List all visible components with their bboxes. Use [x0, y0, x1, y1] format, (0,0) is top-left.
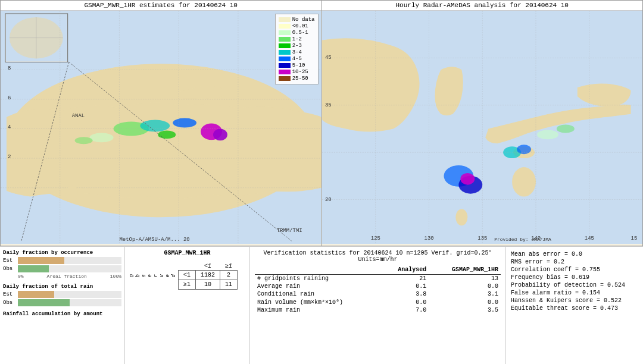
svg-text:6: 6	[8, 95, 11, 101]
left-map-svg: 8 6 4 2 ANAL TRMM/TMI MetOp-A/AMSU-A/M..…	[1, 11, 322, 244]
contingency-table: <1 ≥1 <1 1182 2 ≥1 10 11	[178, 262, 238, 290]
obs-label: Obs	[3, 266, 18, 272]
stats-label-gridpoints: # gridpoints raining	[255, 275, 382, 283]
charts-panel: Daily fraction by occurrence Est Obs 0%	[0, 247, 125, 364]
legend-label-2-3: 2-3	[292, 43, 302, 49]
svg-point-42	[556, 125, 574, 133]
svg-text:130: 130	[424, 236, 433, 241]
svg-text:4: 4	[8, 124, 11, 130]
est-rain-bar-container	[18, 291, 121, 298]
legend-10-25: 10-25	[279, 69, 315, 75]
stats-col-header-row: Analysed GSMAP_MWR_1HR	[255, 266, 501, 275]
metric-hanssen: Hanssen & Kuipers score = 0.522	[511, 297, 638, 304]
left-map-panel: GSMAP_MWR_1HR estimates for 20140624 10	[0, 0, 322, 246]
cont-row-lt1: <1 1182 2	[179, 271, 238, 280]
svg-point-35	[455, 209, 467, 225]
svg-text:ANAL: ANAL	[72, 113, 85, 119]
svg-text:2: 2	[8, 154, 11, 160]
cont-val-21: 10	[196, 280, 220, 290]
legend-label-5-10: 5-10	[292, 62, 305, 68]
axis-100pct: 100%	[110, 274, 121, 279]
legend-25-50: 25-50	[279, 76, 315, 81]
cont-col-ge1: ≥1	[220, 262, 238, 271]
legend-color-05-1	[279, 30, 291, 35]
svg-point-6	[213, 128, 227, 140]
legend-05-1: 0.5-1	[279, 30, 315, 36]
legend-label-nodata: No data	[292, 17, 315, 23]
est-label: Est	[3, 258, 18, 263]
legend-color-3-4	[279, 50, 291, 55]
metric-pod: Probability of detection = 0.524	[511, 282, 638, 288]
stats-gsmap-volume: 0.0	[429, 298, 501, 306]
right-map-content: 45 35 20 125 130 135 140 145 15 Provided…	[322, 11, 643, 244]
legend-label-3-4: 3-4	[292, 49, 302, 55]
obs-bar-container	[18, 265, 121, 272]
svg-text:125: 125	[370, 236, 380, 241]
cont-table-wrapper: Observed <1 ≥1 <1 1182 2	[128, 262, 246, 290]
accum-chart-title: Rainfall accumulation by amount	[3, 311, 121, 317]
stats-analysed-max: 7.0	[382, 306, 429, 314]
occurrence-bar-chart: Est Obs 0% Areal fraction 100%	[3, 257, 121, 279]
legend: No data <0.01 0.5-1 1-2	[275, 14, 319, 84]
svg-point-4	[173, 118, 196, 128]
stats-title: Verification statistics for 20140624 10 …	[255, 250, 501, 263]
stats-gsmap-gridpoints: 13	[429, 275, 501, 283]
stats-gsmap-avg: 0.0	[429, 283, 501, 290]
cont-col-lt1: <1	[196, 262, 220, 271]
stats-gsmap-cond: 3.1	[429, 290, 501, 298]
svg-point-41	[536, 130, 558, 139]
metrics-panel: Mean abs error = 0.0 RMS error = 0.2 Cor…	[506, 247, 643, 364]
est-bar-fill	[18, 257, 64, 264]
legend-color-5-10	[279, 63, 291, 68]
metric-equitable: Equitable threat score = 0.473	[511, 305, 638, 312]
svg-point-9	[75, 137, 93, 144]
obs-vertical-label: Observed	[128, 274, 178, 277]
est-rain-bar-fill	[18, 291, 54, 298]
stats-label-max: Maximum rain	[255, 306, 382, 314]
svg-text:TRMM/TMI: TRMM/TMI	[277, 228, 302, 234]
legend-label-lt001: <0.01	[292, 23, 308, 29]
stats-empty-header	[255, 266, 382, 275]
stats-label-cond: Conditional rain	[255, 290, 382, 298]
est-bar-container	[18, 257, 121, 264]
svg-text:Provided by: JWA/JMA: Provided by: JWA/JMA	[494, 237, 551, 242]
right-map-title: Hourly Radar-AMeDAS analysis for 2014062…	[322, 1, 643, 11]
legend-label-25-50: 25-50	[292, 76, 308, 81]
legend-lt001: <0.01	[279, 23, 315, 29]
left-map-content: 8 6 4 2 ANAL TRMM/TMI MetOp-A/AMSU-A/M..…	[1, 11, 322, 244]
svg-text:35: 35	[324, 102, 331, 108]
stats-row-cond: Conditional rain 3.8 3.1	[255, 290, 501, 298]
occurrence-chart-title: Daily fraction by occurrence	[3, 250, 121, 256]
metric-freq-bias: Frequency bias = 0.619	[511, 274, 638, 281]
stats-table: Analysed GSMAP_MWR_1HR # gridpoints rain…	[255, 266, 501, 314]
stats-row-max: Maximum rain 7.0 3.5	[255, 306, 501, 314]
obs-bar-fill	[18, 265, 49, 272]
obs-occurrence-row: Obs	[3, 265, 121, 272]
stats-analysed-volume: 0.0	[382, 298, 429, 306]
est-rain-row: Est	[3, 291, 121, 298]
stats-row-avg: Average rain 0.1 0.0	[255, 283, 501, 290]
svg-text:135: 135	[477, 236, 487, 241]
svg-text:45: 45	[324, 55, 331, 61]
legend-color-10-25	[279, 70, 291, 74]
svg-text:20: 20	[324, 197, 331, 203]
stats-analysed-header: Analysed	[382, 266, 429, 275]
metric-mean-abs: Mean abs error = 0.0	[511, 251, 638, 258]
svg-point-38	[460, 173, 475, 185]
stats-analysed-gridpoints: 21	[382, 275, 429, 283]
legend-color-4-5	[279, 57, 291, 61]
contingency-table-wrapper: <1 ≥1 <1 1182 2 ≥1 10 11	[178, 262, 238, 290]
rain-bar-chart: Est Obs	[3, 291, 121, 306]
legend-3-4: 3-4	[279, 49, 315, 55]
cont-val-22: 11	[220, 280, 238, 290]
svg-point-24	[66, 186, 78, 202]
metric-correlation: Correlation coeff = 0.755	[511, 266, 638, 273]
obs-rain-bar-container	[18, 299, 121, 306]
stats-row-gridpoints: # gridpoints raining 21 13	[255, 275, 501, 283]
legend-color-nodata	[279, 17, 291, 22]
legend-label-4-5: 4-5	[292, 56, 302, 62]
svg-point-3	[140, 120, 170, 132]
left-map-title: GSMAP_MWR_1HR estimates for 20140624 10	[1, 1, 322, 11]
stats-gsmap-max: 3.5	[429, 306, 501, 314]
stats-row-volume: Rain volume (mm×km²×10⁶) 0.0 0.0	[255, 298, 501, 306]
